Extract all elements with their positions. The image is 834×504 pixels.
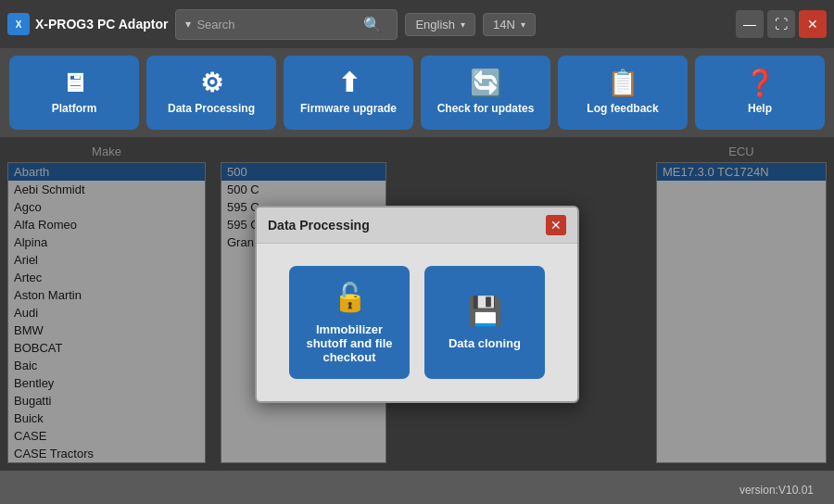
data-processing-button[interactable]: ⚙ Data Processing (146, 56, 276, 130)
device-label: 14N (493, 18, 515, 32)
data-processing-label: Data Processing (168, 102, 255, 115)
platform-label: Platform (52, 102, 97, 115)
search-dropdown[interactable]: ▾ (185, 18, 191, 31)
immobilizer-label: Immobilizer shutoff and file checkout (300, 322, 398, 364)
platform-button[interactable]: 🖥 Platform (9, 56, 139, 130)
modal-close-button[interactable]: ✕ (546, 215, 566, 235)
immobilizer-icon: 🔓 (333, 281, 367, 313)
main-area: Make Abarth Aebi Schmidt Agco Alfa Romeo… (0, 137, 834, 471)
log-feedback-icon: 📋 (607, 70, 639, 96)
firmware-upgrade-icon: ⬆ (338, 70, 360, 96)
log-feedback-button[interactable]: 📋 Log feedback (558, 56, 688, 130)
device-chevron-icon: ▾ (521, 19, 525, 30)
check-updates-icon: 🔄 (470, 70, 502, 96)
modal-header: Data Processing ✕ (257, 208, 577, 244)
language-selector[interactable]: English ▾ (405, 13, 475, 36)
data-cloning-label: Data cloning (449, 336, 521, 350)
log-feedback-label: Log feedback (587, 102, 658, 115)
modal-body: 🔓 Immobilizer shutoff and file checkout … (257, 244, 577, 401)
data-cloning-icon: 💾 (468, 295, 502, 327)
device-selector[interactable]: 14N ▾ (483, 13, 536, 36)
search-bar[interactable]: ▾ 🔍 (175, 9, 398, 40)
help-button[interactable]: ❓ Help (695, 56, 825, 130)
minimize-button[interactable]: — (736, 10, 764, 38)
version-label: version:V10.01 (736, 480, 817, 500)
modal-overlay: Data Processing ✕ 🔓 Immobilizer shutoff … (0, 137, 834, 471)
firmware-upgrade-button[interactable]: ⬆ Firmware upgrade (284, 56, 413, 130)
window-controls: — ⛶ ✕ (736, 10, 827, 38)
language-chevron-icon: ▾ (461, 19, 465, 30)
check-updates-label: Check for updates (437, 102, 535, 115)
help-icon: ❓ (744, 70, 777, 96)
data-cloning-button[interactable]: 💾 Data cloning (424, 266, 545, 379)
app-title: X-PROG3 PC Adaptor (35, 17, 168, 32)
search-dropdown-label: ▾ (185, 18, 191, 31)
firmware-upgrade-label: Firmware upgrade (300, 102, 397, 115)
maximize-button[interactable]: ⛶ (767, 10, 795, 38)
close-button[interactable]: ✕ (799, 10, 827, 38)
toolbar: 🖥 Platform ⚙ Data Processing ⬆ Firmware … (0, 48, 834, 137)
check-updates-button[interactable]: 🔄 Check for updates (421, 56, 550, 130)
logo-icon: X (7, 13, 30, 35)
app-header: X X-PROG3 PC Adaptor ▾ 🔍 English ▾ 14N ▾… (0, 0, 834, 48)
data-processing-modal: Data Processing ✕ 🔓 Immobilizer shutoff … (255, 206, 579, 403)
modal-title: Data Processing (268, 218, 370, 233)
help-label: Help (748, 102, 772, 115)
app-logo: X X-PROG3 PC Adaptor (7, 13, 168, 35)
search-submit-button[interactable]: 🔍 (358, 14, 387, 35)
language-label: English (415, 18, 455, 32)
search-input[interactable] (196, 18, 352, 32)
immobilizer-button[interactable]: 🔓 Immobilizer shutoff and file checkout (289, 266, 410, 379)
platform-icon: 🖥 (61, 70, 87, 96)
data-processing-icon: ⚙ (200, 70, 223, 96)
